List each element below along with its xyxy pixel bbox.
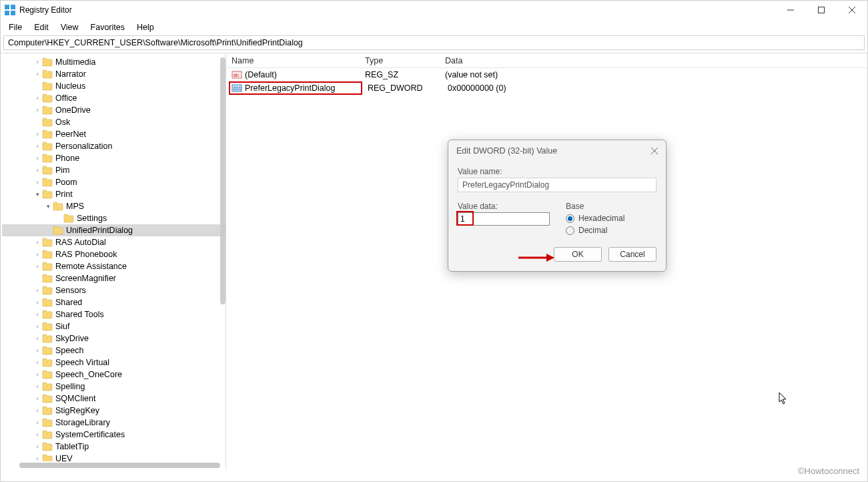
radio-icon [566, 226, 574, 235]
tree-item[interactable]: ›Shared [2, 296, 226, 308]
address-bar[interactable]: Computer\HKEY_CURRENT_USER\Software\Micr… [3, 35, 865, 50]
chevron-down-icon[interactable]: ▾ [33, 191, 42, 198]
tree-item[interactable]: ›Personalization [2, 140, 226, 152]
chevron-right-icon[interactable]: › [33, 407, 42, 414]
chevron-right-icon[interactable]: › [33, 323, 42, 330]
chevron-right-icon[interactable]: › [33, 107, 42, 113]
chevron-right-icon[interactable]: › [33, 347, 42, 354]
tree-item[interactable]: ›Spelling [2, 381, 226, 393]
tree-item[interactable]: ›Multimedia [2, 56, 226, 68]
tree-item[interactable]: ›Remote Assistance [2, 260, 226, 272]
chevron-right-icon[interactable]: › [33, 419, 42, 426]
header-name[interactable]: Name [226, 56, 360, 65]
tree-item[interactable]: ›Pim [2, 164, 226, 176]
tree-item[interactable]: ›UEV [2, 453, 226, 461]
chevron-right-icon[interactable]: › [33, 395, 42, 402]
tree-item[interactable]: ›Shared Tools [2, 308, 226, 320]
tree-item[interactable]: ›TabletTip [2, 441, 226, 453]
tree-item[interactable]: ›Speech_OneCore [2, 369, 226, 381]
tree-item-label: Osk [55, 117, 70, 127]
chevron-right-icon[interactable]: › [33, 443, 42, 450]
edit-dword-dialog: Edit DWORD (32-bit) Value Value name: Pr… [448, 140, 667, 272]
value-data-input[interactable] [458, 212, 550, 226]
tree-item[interactable]: ›SQMClient [2, 393, 226, 405]
value-row[interactable]: 011PreferLegacyPrintDialogREG_DWORD0x000… [226, 81, 867, 95]
tree-item[interactable]: ›RAS Phonebook [2, 248, 226, 260]
chevron-right-icon[interactable]: › [33, 359, 42, 366]
tree-item[interactable]: ›StorageLibrary [2, 417, 226, 429]
value-type: REG_SZ [360, 70, 440, 79]
folder-icon [42, 442, 53, 451]
folder-icon [42, 142, 53, 151]
tree-item[interactable]: ›Office [2, 92, 226, 104]
tree-item-label: Sensors [55, 286, 86, 295]
ok-button[interactable]: OK [554, 247, 602, 262]
folder-icon [42, 430, 53, 439]
tree-item[interactable]: ›Poom [2, 176, 226, 188]
folder-icon [53, 226, 63, 235]
tree-item[interactable]: ›Narrator [2, 68, 226, 80]
chevron-right-icon[interactable]: › [33, 299, 42, 306]
tree-item[interactable]: Settings [2, 212, 226, 224]
chevron-right-icon[interactable]: › [33, 239, 42, 246]
folder-icon [42, 394, 53, 403]
folder-icon [42, 346, 53, 355]
chevron-down-icon[interactable]: ▾ [43, 203, 53, 210]
tree-item[interactable]: ›RAS AutoDial [2, 236, 226, 248]
tree-item[interactable]: Nucleus [2, 80, 226, 92]
tree-item[interactable]: ›SkyDrive [2, 332, 226, 344]
chevron-right-icon[interactable]: › [33, 167, 42, 174]
chevron-right-icon[interactable]: › [33, 455, 42, 461]
radio-hexadecimal[interactable]: Hexadecimal [566, 214, 624, 223]
menu-help[interactable]: Help [131, 21, 159, 33]
chevron-right-icon[interactable]: › [33, 251, 42, 258]
tree-item[interactable]: ›Speech [2, 344, 226, 356]
horizontal-scrollbar[interactable] [19, 463, 220, 468]
cancel-button[interactable]: Cancel [608, 247, 657, 262]
chevron-right-icon[interactable]: › [33, 371, 42, 378]
dialog-close-button[interactable] [651, 146, 658, 156]
vertical-scrollbar[interactable] [220, 57, 226, 304]
chevron-right-icon[interactable]: › [33, 311, 42, 318]
tree-item[interactable]: ▾MPS [2, 200, 226, 212]
menu-edit[interactable]: Edit [29, 21, 54, 33]
header-data[interactable]: Data [440, 56, 867, 65]
radio-decimal[interactable]: Decimal [566, 226, 624, 235]
chevron-right-icon[interactable]: › [33, 131, 42, 138]
tree-item-label: RAS AutoDial [55, 238, 106, 247]
tree-item-label: Siuf [55, 322, 70, 331]
svg-rect-2 [5, 11, 9, 15]
chevron-right-icon[interactable]: › [33, 95, 42, 101]
chevron-right-icon[interactable]: › [33, 383, 42, 390]
chevron-right-icon[interactable]: › [33, 431, 42, 438]
tree-item[interactable]: ›PeerNet [2, 128, 226, 140]
tree-item[interactable]: ›SystemCertificates [2, 429, 226, 441]
value-row[interactable]: ab(Default)REG_SZ(value not set) [226, 68, 867, 81]
menu-file[interactable]: File [3, 21, 27, 33]
close-button[interactable] [837, 1, 867, 19]
tree-scroll[interactable]: ›Multimedia›NarratorNucleus›Office›OneDr… [1, 53, 226, 461]
chevron-right-icon[interactable]: › [33, 335, 42, 342]
tree-item[interactable]: UnifiedPrintDialog [2, 224, 226, 236]
chevron-right-icon[interactable]: › [33, 179, 42, 186]
chevron-right-icon[interactable]: › [33, 59, 42, 65]
tree-item[interactable]: ›Siuf [2, 320, 226, 332]
tree-item[interactable]: ›Speech Virtual [2, 356, 226, 369]
menu-favorites[interactable]: Favorites [85, 21, 130, 33]
menu-view[interactable]: View [55, 21, 84, 33]
minimize-button[interactable] [775, 1, 806, 19]
chevron-right-icon[interactable]: › [33, 143, 42, 150]
tree-item[interactable]: ScreenMagnifier [2, 272, 226, 284]
maximize-button[interactable] [806, 1, 837, 19]
chevron-right-icon[interactable]: › [33, 287, 42, 294]
tree-item[interactable]: ›Sensors [2, 284, 226, 296]
chevron-right-icon[interactable]: › [33, 263, 42, 270]
tree-item[interactable]: ›OneDrive [2, 104, 226, 116]
header-type[interactable]: Type [360, 56, 440, 65]
tree-item[interactable]: ›StigRegKey [2, 405, 226, 417]
tree-item[interactable]: Osk [2, 116, 226, 128]
tree-item[interactable]: ▾Print [2, 188, 226, 200]
tree-item[interactable]: ›Phone [2, 152, 226, 164]
chevron-right-icon[interactable]: › [33, 155, 42, 162]
chevron-right-icon[interactable]: › [33, 71, 42, 77]
